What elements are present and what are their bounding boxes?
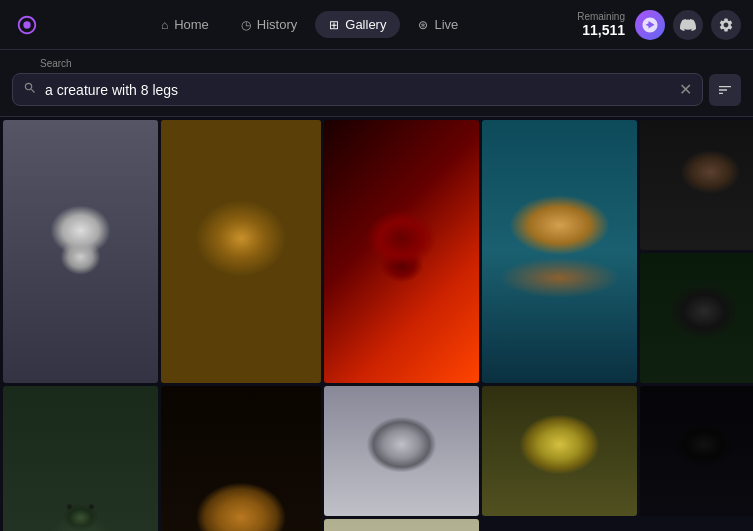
gallery-item[interactable] — [482, 386, 637, 516]
gallery-item[interactable] — [640, 120, 753, 250]
clear-search-button[interactable]: ✕ — [679, 80, 692, 99]
gallery-item[interactable] — [3, 386, 158, 531]
gallery-icon: ⊞ — [329, 18, 339, 32]
app-logo[interactable] — [12, 10, 42, 40]
discord-button[interactable] — [673, 10, 703, 40]
search-bar: ✕ — [12, 73, 703, 106]
settings-button[interactable] — [711, 10, 741, 40]
gallery-item[interactable] — [640, 386, 753, 516]
gallery-item[interactable] — [324, 519, 479, 531]
gallery-item[interactable] — [161, 120, 321, 383]
gallery-item[interactable] — [324, 120, 479, 383]
search-label: Search — [40, 58, 741, 69]
user-avatar[interactable] — [635, 10, 665, 40]
main-nav: ⌂ Home ◷ History ⊞ Gallery ⊛ Live — [147, 11, 472, 38]
remaining-label: Remaining — [577, 11, 625, 22]
live-icon: ⊛ — [418, 18, 428, 32]
nav-gallery-label: Gallery — [345, 17, 386, 32]
search-input[interactable] — [45, 82, 671, 98]
nav-history[interactable]: ◷ History — [227, 11, 311, 38]
gallery-item[interactable] — [161, 386, 321, 531]
svg-point-0 — [23, 21, 30, 28]
nav-history-label: History — [257, 17, 297, 32]
remaining-section: Remaining 11,511 — [577, 11, 625, 38]
search-row: ✕ — [12, 73, 741, 106]
nav-home[interactable]: ⌂ Home — [147, 11, 223, 38]
remaining-count: 11,511 — [582, 22, 625, 38]
header-right: Remaining 11,511 — [577, 10, 741, 40]
gallery-grid — [0, 117, 753, 531]
nav-live-label: Live — [434, 17, 458, 32]
filter-button[interactable] — [709, 74, 741, 106]
nav-gallery[interactable]: ⊞ Gallery — [315, 11, 400, 38]
gallery-item[interactable] — [3, 120, 158, 383]
nav-home-label: Home — [174, 17, 209, 32]
gallery-item[interactable] — [324, 386, 479, 516]
gallery-item[interactable] — [640, 253, 753, 383]
gallery-item[interactable] — [482, 120, 637, 383]
history-icon: ◷ — [241, 18, 251, 32]
search-icon — [23, 81, 37, 98]
nav-live[interactable]: ⊛ Live — [404, 11, 472, 38]
home-icon: ⌂ — [161, 18, 168, 32]
header: ⌂ Home ◷ History ⊞ Gallery ⊛ Live Remain… — [0, 0, 753, 50]
search-section: Search ✕ — [0, 50, 753, 117]
header-icons — [635, 10, 741, 40]
